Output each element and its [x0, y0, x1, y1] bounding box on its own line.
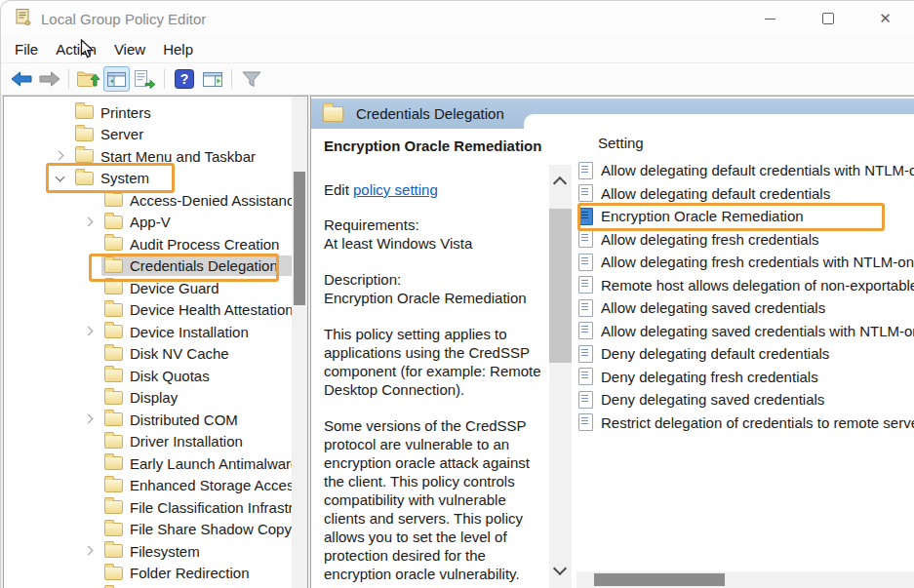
- settings-item-deny-delegating-fresh-credentials[interactable]: Deny delegating fresh credentials: [578, 366, 914, 388]
- settings-item-allow-delegating-fresh-credentials-with-ntlm-onl[interactable]: Allow delegating fresh credentials with …: [578, 251, 914, 273]
- tree-item-body[interactable]: Audit Process Creation: [101, 234, 297, 255]
- scroll-down-icon[interactable]: [553, 562, 567, 575]
- settings-column-header[interactable]: Setting: [598, 135, 644, 151]
- settings-item-remote-host-allows-delegation-of-non-exportable[interactable]: Remote host allows delegation of non-exp…: [578, 274, 914, 296]
- tree-item-body[interactable]: Early Launch Antimalware: [101, 453, 308, 474]
- settings-item-restrict-delegation-of-credentials-to-remote-server[interactable]: Restrict delegation of credentials to re…: [578, 412, 914, 434]
- help-button[interactable]: ?: [171, 66, 197, 92]
- tree-item-body[interactable]: Disk Quotas: [101, 366, 227, 386]
- tree-item-body[interactable]: Display: [101, 387, 195, 408]
- tree-item-disk-quotas[interactable]: Disk Quotas: [82, 365, 227, 386]
- chevron-collapsed-icon[interactable]: [82, 215, 98, 230]
- svg-text:?: ?: [179, 71, 188, 87]
- settings-scrollbar-thumb[interactable]: [594, 573, 725, 586]
- chevron-collapsed-icon[interactable]: [82, 324, 98, 339]
- close-button[interactable]: ✕: [856, 1, 914, 36]
- tree-item-printers[interactable]: Printers: [53, 101, 169, 123]
- tree-item-body[interactable]: Folder Redirection: [101, 563, 267, 583]
- tree-item-driver-installation[interactable]: Driver Installation: [82, 431, 260, 452]
- tree-item-body[interactable]: File Share Shadow Copy P: [101, 519, 308, 539]
- chevron-collapsed-icon[interactable]: [82, 412, 98, 427]
- tree-item-folder-redirection[interactable]: Folder Redirection: [82, 563, 267, 584]
- settings-item-deny-delegating-default-credentials[interactable]: Deny delegating default credentials: [578, 342, 914, 365]
- tree-item-body[interactable]: Start Menu and Taskbar: [72, 146, 273, 167]
- export-list-button[interactable]: [132, 66, 158, 92]
- tree-item-access-denied-assistance[interactable]: Access-Denied Assistance: [82, 189, 308, 211]
- tree-item-device-guard[interactable]: Device Guard: [82, 277, 237, 298]
- tree-item-body[interactable]: System: [72, 168, 167, 188]
- tree-item-partial[interactable]: [82, 584, 147, 588]
- chevron-expanded-icon[interactable]: [53, 171, 68, 186]
- tree-item-device-installation[interactable]: Device Installation: [82, 321, 266, 342]
- tree-item-start-menu-and-taskbar[interactable]: Start Menu and Taskbar: [53, 145, 273, 167]
- settings-horizontal-scrollbar[interactable]: [576, 571, 914, 588]
- chevron-collapsed-icon[interactable]: [82, 543, 98, 559]
- tree-item-body[interactable]: Disk NV Cache: [101, 343, 247, 364]
- tree-item-file-classification-infrastru[interactable]: File Classification Infrastru: [82, 496, 308, 518]
- description-paragraph: This policy setting applies to applicati…: [324, 325, 551, 399]
- tree-item-display[interactable]: Display: [82, 387, 195, 409]
- tree-item-file-share-shadow-copy-p[interactable]: File Share Shadow Copy P: [82, 519, 308, 540]
- tree-item-enhanced-storage-access[interactable]: Enhanced Storage Access: [82, 475, 308, 496]
- forward-button[interactable]: [36, 66, 62, 92]
- tree-vertical-scrollbar[interactable]: [292, 97, 307, 588]
- settings-item-allow-delegating-fresh-credentials[interactable]: Allow delegating fresh credentials: [578, 228, 914, 251]
- toolbar-separator: [68, 69, 69, 89]
- tree-item-filesystem[interactable]: Filesystem: [82, 540, 218, 562]
- tree-item-body[interactable]: Driver Installation: [101, 431, 260, 451]
- tree-item-body[interactable]: Server: [72, 124, 161, 144]
- tree-item-server[interactable]: Server: [53, 124, 161, 145]
- filter-funnel-icon: [242, 71, 261, 88]
- show-console-tree-button[interactable]: [103, 66, 130, 92]
- settings-item-encryption-oracle-remediation[interactable]: Encryption Oracle Remediation: [578, 205, 914, 227]
- tree-item-audit-process-creation[interactable]: Audit Process Creation: [82, 233, 297, 255]
- policy-document-icon: [578, 322, 593, 339]
- requirements-label: Requirements:: [324, 216, 551, 234]
- scroll-up-icon[interactable]: [553, 176, 567, 190]
- up-one-level-button[interactable]: [75, 66, 101, 92]
- description-scrollbar-thumb[interactable]: [549, 209, 572, 363]
- menu-help[interactable]: Help: [154, 41, 202, 58]
- settings-item-allow-delegating-saved-credentials[interactable]: Allow delegating saved credentials: [578, 296, 914, 319]
- tree-item-disk-nv-cache[interactable]: Disk NV Cache: [82, 343, 247, 365]
- policy-setting-link[interactable]: policy setting: [353, 181, 438, 198]
- tree-item-app-v[interactable]: App-V: [82, 212, 188, 233]
- window-controls: ✕: [741, 1, 914, 36]
- settings-item-label: Restrict delegation of credentials to re…: [601, 414, 914, 431]
- settings-item-allow-delegating-default-credentials-with-ntlm-o[interactable]: Allow delegating default credentials wit…: [578, 159, 914, 181]
- tree-item-early-launch-antimalware[interactable]: Early Launch Antimalware: [82, 452, 308, 474]
- show-action-pane-button[interactable]: [199, 66, 225, 92]
- tree-item-body[interactable]: Credentials Delegation: [101, 255, 296, 276]
- settings-item-allow-delegating-default-credentials[interactable]: Allow delegating default credentials: [578, 182, 914, 205]
- tree-scrollbar-thumb[interactable]: [294, 172, 305, 305]
- menu-action[interactable]: Action: [47, 41, 105, 58]
- folder-icon: [104, 259, 123, 273]
- tree-item-body[interactable]: File Classification Infrastru: [101, 497, 308, 518]
- minimize-button[interactable]: [741, 1, 799, 36]
- tree-item-body[interactable]: Device Installation: [101, 322, 266, 342]
- filter-button[interactable]: [238, 66, 264, 92]
- settings-item-deny-delegating-saved-credentials[interactable]: Deny delegating saved credentials: [578, 388, 914, 411]
- tree-item-body[interactable]: Device Guard: [101, 278, 237, 298]
- menu-file[interactable]: File: [6, 41, 47, 58]
- menu-view[interactable]: View: [105, 41, 154, 58]
- tree-item-body[interactable]: Enhanced Storage Access: [101, 475, 308, 495]
- description-scrollbar[interactable]: [549, 165, 572, 588]
- folder-icon: [104, 347, 123, 361]
- tree-item-body[interactable]: Filesystem: [101, 541, 218, 562]
- tree-item-body[interactable]: Access-Denied Assistance: [101, 190, 308, 211]
- tree-item-device-health-attestation[interactable]: Device Health Attestation: [82, 299, 308, 321]
- tree-item-body[interactable]: Device Health Attestation: [101, 299, 308, 320]
- maximize-button[interactable]: [799, 1, 856, 36]
- chevron-collapsed-icon[interactable]: [53, 148, 68, 164]
- folder-icon: [104, 544, 123, 558]
- tree-item-credentials-delegation[interactable]: Credentials Delegation: [82, 255, 296, 277]
- export-list-icon: [134, 70, 156, 89]
- back-button[interactable]: [8, 66, 34, 92]
- tree-item-body[interactable]: Printers: [72, 102, 169, 123]
- tree-item-body[interactable]: App-V: [101, 212, 188, 232]
- tree-item-body[interactable]: Distributed COM: [101, 410, 256, 430]
- tree-item-distributed-com[interactable]: Distributed COM: [82, 409, 256, 430]
- settings-item-allow-delegating-saved-credentials-with-ntlm-on[interactable]: Allow delegating saved credentials with …: [578, 320, 914, 342]
- tree-item-system[interactable]: System: [53, 168, 167, 189]
